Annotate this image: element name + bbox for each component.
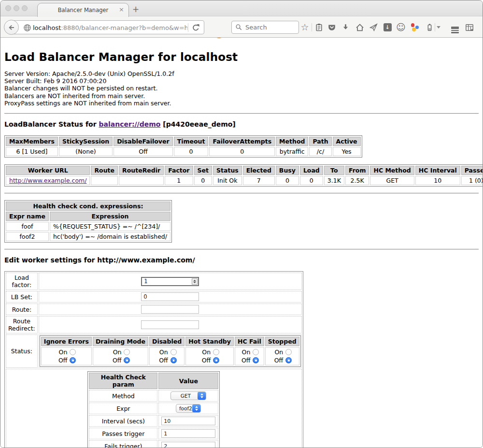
cell-hc-interval: 10 (415, 176, 460, 185)
cell-hc-method: GET (370, 176, 414, 185)
url-bar[interactable]: localhost:8880/balancer-manager?b=demo&w… (11, 20, 204, 34)
passes-input[interactable] (161, 429, 215, 438)
tab-bar: Balancer Manager × + (0, 0, 483, 16)
table-row: foof2 hc('body') =~ /domain is establish… (6, 232, 170, 241)
load-factor-label: Load factor: (6, 273, 38, 290)
table-header-row: Ignore Errors Draining Mode Disabled Hot… (41, 337, 299, 346)
form-row-health-check: Health Check param Value Method GET Expr (6, 369, 302, 448)
expr-select[interactable]: foof2 (176, 404, 201, 413)
col-from: From (345, 166, 369, 175)
col-route: Route (91, 166, 118, 175)
lb-set-input[interactable] (141, 292, 199, 301)
col-set: Set (194, 166, 212, 175)
feedback-smiley-icon[interactable]: ☺ (395, 21, 407, 34)
ignore-errors-on-radio[interactable] (70, 349, 76, 355)
draining-mode-off-radio[interactable] (124, 357, 130, 363)
stopped-off-radio[interactable] (285, 357, 292, 363)
disabled-on-radio[interactable] (170, 349, 177, 355)
battery-icon[interactable] (423, 21, 436, 34)
load-factor-input[interactable] (141, 277, 199, 286)
draining-mode-on-radio[interactable] (124, 349, 130, 355)
window-minimize-button[interactable] (14, 5, 19, 11)
chevron-down-icon[interactable] (435, 21, 442, 34)
divider (4, 113, 479, 114)
back-button[interactable] (4, 20, 19, 35)
toolbar-divider (312, 23, 312, 31)
table-row: foof %{REQUEST_STATUS} =~ /^[234]/ (6, 222, 170, 231)
table-title-row: Health check cond. expressions: (6, 202, 170, 211)
col-factor: Factor (165, 166, 193, 175)
disabled-off-radio[interactable] (170, 357, 177, 363)
route-input[interactable] (141, 305, 199, 314)
search-bar[interactable] (231, 21, 299, 34)
reload-icon[interactable] (192, 24, 200, 32)
balancers-note-line: Balancers are NOT inherited from main se… (4, 92, 479, 100)
off-label: Off (200, 357, 211, 364)
cell-route (91, 176, 118, 185)
url-path: :8880/balancer-manager?b=demo&w=http://w… (61, 24, 187, 31)
table-header-row: Worker URL Route RouteRedir Factor Set S… (6, 166, 483, 175)
downloads-icon[interactable] (339, 21, 352, 34)
col-expr-name: Expr name (6, 212, 49, 221)
new-tab-button[interactable]: + (132, 4, 139, 14)
off-label: Off (111, 357, 121, 364)
tab-close-icon[interactable]: × (119, 6, 124, 14)
col-load: Load (300, 166, 323, 175)
hc-fail-on-radio[interactable] (253, 349, 259, 355)
stopped-on-radio[interactable] (285, 349, 292, 355)
col-hc-method: HC Method (370, 166, 414, 175)
page-content: Load Balancer Manager for localhost Serv… (0, 38, 483, 448)
balancer-demo-link[interactable]: balancer://demo (99, 120, 161, 128)
tiles-grid-icon[interactable] (463, 21, 476, 34)
reader-panel-icon[interactable]: ↓ (381, 21, 394, 34)
pocket-icon[interactable] (326, 21, 338, 34)
window-zoom-button[interactable] (22, 5, 28, 11)
menu-icon[interactable] (449, 21, 461, 34)
col-maxmembers: MaxMembers (6, 137, 58, 146)
number-spinner-icon[interactable] (192, 278, 198, 285)
col-expression: Expression (50, 212, 170, 221)
cell-method: bytraffic (276, 147, 308, 156)
url-text[interactable]: localhost:8880/balancer-manager?b=demo&w… (33, 24, 187, 31)
colored-dots-icon (411, 23, 419, 31)
interval-input[interactable] (161, 417, 215, 425)
urlbar-divider (188, 23, 188, 32)
server-built-line: Server Built: Feb 9 2016 07:00:20 (4, 77, 479, 85)
clipboard-icon[interactable] (313, 21, 325, 34)
cell-active: Yes (333, 147, 361, 156)
expr-table-title: Health check cond. expressions: (6, 202, 170, 211)
off-label: Off (240, 357, 250, 364)
home-icon[interactable] (354, 21, 366, 34)
fails-input[interactable] (161, 442, 215, 448)
cell-status: Init Ok (213, 176, 242, 185)
form-row-lb-set: LB Set: (6, 291, 302, 303)
cell-expression: hc('body') =~ /domain is established/ (50, 232, 170, 241)
balancer-status-table: MaxMembers StickySession DisableFailover… (4, 135, 362, 158)
route-redirect-input[interactable] (141, 320, 199, 329)
site-identity-globe-icon[interactable] (23, 24, 31, 32)
status-radio-table: Ignore Errors Draining Mode Disabled Hot… (40, 335, 301, 367)
form-row-route-redirect: Route Redirect: (6, 316, 302, 333)
hc-row-method: Method GET (89, 390, 218, 402)
hot-standby-off-radio[interactable] (213, 357, 219, 363)
hc-row-expr: Expr foof2 (89, 403, 218, 414)
hot-standby-on-radio[interactable] (213, 349, 219, 355)
browser-window: Balancer Manager × + localhost:8880/bala… (0, 0, 483, 448)
col-hc-param: Health Check param (89, 373, 157, 389)
hc-fail-off-radio[interactable] (253, 357, 259, 363)
send-tab-icon[interactable] (367, 21, 380, 34)
bookmark-star-icon[interactable]: ☆ (298, 21, 311, 34)
route-redirect-label: Route Redirect: (6, 316, 38, 333)
col-stopped: Stopped (265, 337, 299, 346)
ignore-errors-off-radio[interactable] (70, 357, 76, 363)
cell-stickysession: (None) (59, 147, 113, 156)
table-header-row: Health Check param Value (89, 373, 218, 389)
health-check-param-table: Health Check param Value Method GET Expr (87, 371, 220, 448)
tab-balancer-manager[interactable]: Balancer Manager × (37, 3, 129, 17)
extension-dots-icon[interactable] (409, 21, 421, 34)
worker-url-link[interactable]: http://www.example.com/ (9, 177, 86, 184)
method-select[interactable]: GET (170, 391, 206, 400)
window-close-button[interactable] (5, 5, 11, 11)
search-input[interactable] (245, 24, 294, 31)
cell-timeout: 0 (174, 147, 209, 156)
